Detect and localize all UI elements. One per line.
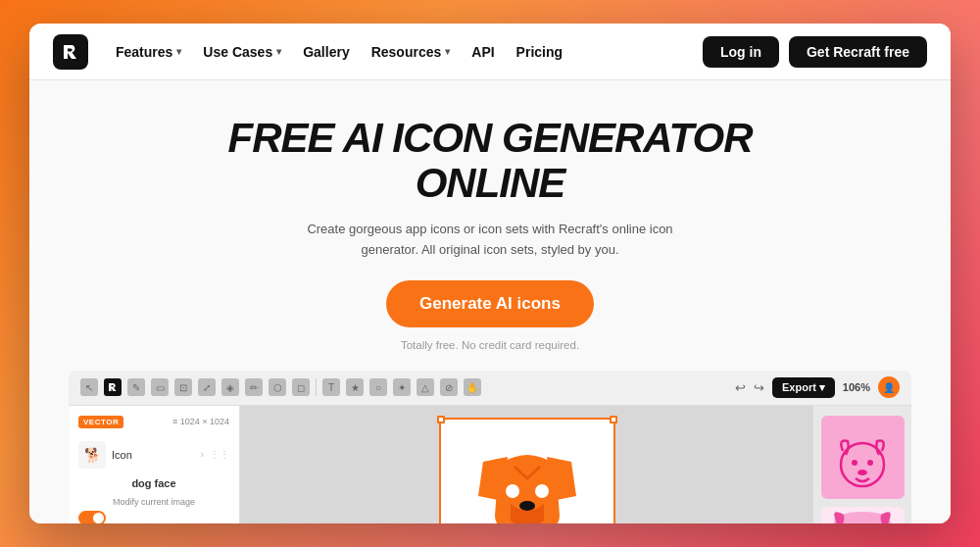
dog-face-label: dog face (78, 473, 229, 497)
app-preview: ↖ ✎ ▭ ⊡ ⤢ ◈ ✏ ⬡ ◻ T ★ ○ ✦ △ (69, 371, 911, 523)
nav-links: Features ▾ Use Cases ▾ Gallery Resources… (116, 44, 675, 60)
chevron-down-icon: ▾ (276, 46, 281, 57)
zoom-level: 106% (843, 381, 870, 393)
rect-icon[interactable]: ▭ (151, 378, 169, 396)
svg-point-4 (519, 501, 535, 511)
dims-label: ≡ 1024 × 1024 (172, 417, 229, 426)
divider (316, 378, 317, 396)
svg-point-8 (858, 470, 867, 475)
svg-point-2 (506, 484, 519, 498)
pink-card-1 (821, 416, 905, 499)
vector-badge: VECTOR (78, 416, 123, 428)
login-button[interactable]: Log in (703, 36, 779, 68)
dog-mini-icon: 🐕 (78, 441, 106, 469)
modify-label: Modify current image (78, 497, 229, 507)
item-label: Icon (112, 449, 132, 461)
chevron-down-icon: ▾ (176, 46, 181, 57)
hero-section: FREE AI ICON GENERATOR ONLINE Create gor… (29, 80, 951, 523)
nav-item-use-cases[interactable]: Use Cases ▾ (203, 44, 281, 60)
cursor-icon[interactable]: ↖ (80, 378, 98, 396)
sidebar-item-row: 🐕 Icon › ⋮⋮ (78, 436, 229, 473)
frame-icon[interactable]: ⊡ (174, 378, 192, 396)
pink-card-2 (821, 507, 905, 523)
generate-button[interactable]: Generate AI icons (386, 280, 594, 327)
nav-actions: Log in Get Recraft free (703, 36, 927, 68)
right-panel (813, 406, 911, 523)
star-icon[interactable]: ★ (346, 378, 364, 396)
canvas-card (439, 418, 615, 523)
node-icon[interactable]: ◈ (221, 378, 239, 396)
nav-item-features[interactable]: Features ▾ (116, 44, 181, 60)
brush-icon[interactable]: ✏ (245, 378, 263, 396)
main-canvas (240, 406, 813, 523)
svg-point-6 (852, 460, 858, 466)
hero-title: FREE AI ICON GENERATOR ONLINE (49, 116, 931, 206)
move-icon[interactable]: ⤢ (198, 378, 216, 396)
toolbar-right: ↩ ↪ Export ▾ 106% 👤 (735, 376, 900, 398)
circle-icon[interactable]: ○ (369, 378, 387, 396)
nav-item-gallery[interactable]: Gallery (303, 44, 349, 60)
item-arrow-icon: › (201, 449, 204, 460)
recraft-icon[interactable] (104, 378, 122, 396)
item-dots-icon: ⋮⋮ (210, 449, 229, 460)
nav-item-resources[interactable]: Resources ▾ (371, 44, 451, 60)
hand-icon[interactable]: ✋ (464, 378, 481, 396)
nav-item-api[interactable]: API (471, 44, 494, 60)
shape-icon[interactable]: △ (416, 378, 434, 396)
canvas-area: VECTOR ≡ 1024 × 1024 🐕 Icon › ⋮⋮ dog fac… (69, 406, 911, 523)
browser-window: Features ▾ Use Cases ▾ Gallery Resources… (29, 24, 951, 523)
toggle-row (78, 511, 229, 523)
slice-icon[interactable]: ⊘ (440, 378, 458, 396)
svg-point-3 (535, 484, 549, 498)
hero-subtitle: Create gorgeous app icons or icon sets w… (304, 220, 676, 261)
paint-icon[interactable]: ⬡ (269, 378, 286, 396)
nav-item-pricing[interactable]: Pricing (516, 44, 563, 60)
user-avatar[interactable]: 👤 (878, 376, 900, 398)
magic-icon[interactable]: ✦ (393, 378, 411, 396)
chevron-down-icon: ▾ (445, 46, 450, 57)
hero-note: Totally free. No credit card required. (49, 339, 931, 351)
dog-icon-svg (468, 442, 586, 523)
handle-top-right[interactable] (610, 416, 617, 423)
modify-toggle[interactable] (78, 511, 106, 523)
get-recraft-button[interactable]: Get Recraft free (789, 36, 927, 68)
app-toolbar: ↖ ✎ ▭ ⊡ ⤢ ◈ ✏ ⬡ ◻ T ★ ○ ✦ △ (69, 371, 911, 406)
eraser-icon[interactable]: ◻ (292, 378, 310, 396)
pen-icon[interactable]: ✎ (127, 378, 145, 396)
undo-button[interactable]: ↩ (735, 380, 746, 395)
logo[interactable] (53, 34, 88, 70)
handle-top-left[interactable] (437, 416, 445, 423)
redo-button[interactable]: ↪ (754, 380, 764, 395)
navbar: Features ▾ Use Cases ▾ Gallery Resources… (29, 24, 951, 80)
text-icon[interactable]: T (322, 378, 340, 396)
sidebar-header: VECTOR ≡ 1024 × 1024 (78, 416, 229, 428)
sidebar-panel: VECTOR ≡ 1024 × 1024 🐕 Icon › ⋮⋮ dog fac… (69, 406, 240, 523)
export-button[interactable]: Export ▾ (772, 377, 835, 398)
svg-point-7 (867, 460, 873, 466)
